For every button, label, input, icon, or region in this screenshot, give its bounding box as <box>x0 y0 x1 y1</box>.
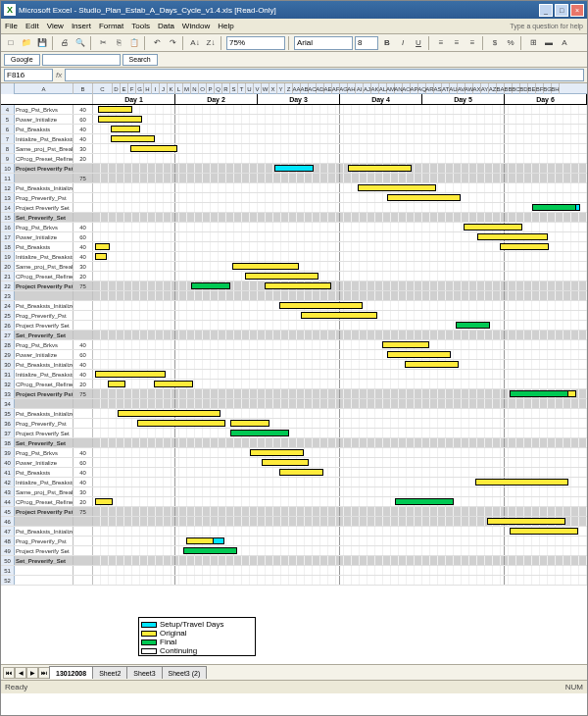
task-row[interactable]: 17Power_Initialize60 <box>1 232 587 242</box>
row-number[interactable]: 47 <box>1 527 15 536</box>
row-number[interactable]: 42 <box>1 478 15 486</box>
copy-icon[interactable]: ⎘ <box>112 36 125 50</box>
google-search-input[interactable] <box>42 54 121 66</box>
col-header[interactable]: B <box>74 83 93 94</box>
col-header[interactable]: H <box>144 83 152 94</box>
row-number[interactable]: 4 <box>1 105 15 114</box>
row-number[interactable]: 13 <box>1 193 15 202</box>
task-row[interactable]: 26Project Preverify Set <box>1 321 587 331</box>
task-row[interactable]: 13Prog_Preverify_Pst <box>1 193 587 203</box>
row-number[interactable]: 52 <box>1 576 15 585</box>
task-row[interactable]: 6Pst_Breaksts40 <box>1 125 587 134</box>
cut-icon[interactable]: ✂ <box>96 36 110 50</box>
google-search-btn[interactable]: Google <box>4 54 40 66</box>
task-row[interactable]: 25Prog_Preverify_Pst <box>1 311 587 321</box>
row-number[interactable]: 23 <box>1 291 15 300</box>
col-header[interactable]: C <box>93 83 113 94</box>
italic-icon[interactable]: I <box>396 36 410 50</box>
task-row[interactable]: 24Pst_Breaksts_Initialize <box>1 301 587 311</box>
task-row[interactable]: 23 <box>1 291 587 301</box>
col-header[interactable]: Y <box>277 83 285 94</box>
row-number[interactable]: 41 <box>1 468 15 477</box>
row-number[interactable]: 12 <box>1 183 15 192</box>
task-row[interactable]: 9CProg_Preset_Refine20 <box>1 154 587 164</box>
menu-tools[interactable]: Tools <box>131 22 150 30</box>
task-row[interactable]: 38Set_Preverify_Set <box>1 438 587 448</box>
row-number[interactable]: 39 <box>1 448 15 457</box>
task-row[interactable]: 7Initialize_Pst_Breaksts40 <box>1 134 587 144</box>
google-go-btn[interactable]: Search <box>122 54 158 66</box>
row-number[interactable]: 6 <box>1 125 15 133</box>
task-row[interactable]: 40Power_Initialize60 <box>1 458 587 468</box>
col-header[interactable]: T <box>238 83 246 94</box>
name-box[interactable]: F816 <box>4 69 53 81</box>
col-header[interactable]: AI <box>356 83 364 94</box>
task-row[interactable]: 30Pst_Breaksts_Initialize40 <box>1 360 587 370</box>
task-row[interactable]: 21CProg_Preset_Refine20 <box>1 272 587 281</box>
col-header[interactable]: X <box>270 83 277 94</box>
task-row[interactable]: 37Project Preverify Set <box>1 429 587 438</box>
task-row[interactable]: 43Same_proj_Pst_Breaksts30 <box>1 487 587 497</box>
row-number[interactable]: 33 <box>1 389 15 398</box>
task-row[interactable]: 35Pst_Breaksts_Initialize <box>1 409 587 419</box>
menu-insert[interactable]: Insert <box>72 22 91 30</box>
task-row[interactable]: 29Power_Initialize60 <box>1 350 587 360</box>
task-row[interactable]: 20Same_proj_Pst_Breaksts30 <box>1 262 587 272</box>
task-row[interactable]: 33Project Preverify Pst75 <box>1 389 587 399</box>
task-row[interactable]: 22Project Preverify Pst75 <box>1 281 587 291</box>
row-number[interactable]: 18 <box>1 242 15 251</box>
tab-prev-icon[interactable]: ◀ <box>15 667 26 679</box>
row-number[interactable]: 21 <box>1 272 15 281</box>
row-number[interactable]: 31 <box>1 370 15 379</box>
row-number[interactable]: 7 <box>1 134 15 143</box>
currency-icon[interactable]: $ <box>488 36 502 50</box>
worksheet-grid[interactable]: ABCDEFGHIJKLMNOPQRSTUVWXYZAAABACADAEAFAG… <box>1 83 587 664</box>
task-row[interactable]: 45Project Preverify Pst75 <box>1 507 587 517</box>
task-row[interactable]: 52 <box>1 576 587 586</box>
close-button[interactable]: × <box>570 4 584 17</box>
task-row[interactable]: 1175 <box>1 174 587 183</box>
task-row[interactable]: 10Project Preverify Pst <box>1 164 587 174</box>
sort-asc-icon[interactable]: A↓ <box>188 36 202 50</box>
row-number[interactable]: 38 <box>1 438 15 447</box>
row-number[interactable]: 34 <box>1 399 15 408</box>
row-number[interactable]: 44 <box>1 497 15 506</box>
menu-data[interactable]: Data <box>158 22 174 30</box>
col-header[interactable]: Q <box>215 83 222 94</box>
col-header[interactable]: AS <box>434 83 442 94</box>
help-search[interactable]: Type a question for help <box>510 23 583 29</box>
row-number[interactable]: 10 <box>1 164 15 173</box>
task-row[interactable]: 5Power_Initialize60 <box>1 115 587 125</box>
undo-icon[interactable]: ↶ <box>150 36 164 50</box>
task-row[interactable]: 51 <box>1 566 587 576</box>
task-row[interactable]: 12Pst_Breaksts_Initialize <box>1 183 587 193</box>
row-number[interactable]: 5 <box>1 115 15 124</box>
align-center-icon[interactable]: ≡ <box>450 36 464 50</box>
row-number[interactable]: 20 <box>1 262 15 271</box>
task-row[interactable]: 41Pst_Breaksts40 <box>1 468 587 478</box>
task-row[interactable]: 19Initialize_Pst_Breaksts40 <box>1 252 587 262</box>
task-row[interactable]: 4Prog_Pst_Brkvs40 <box>1 105 587 115</box>
sheet-tab[interactable]: Sheet3 (2) <box>162 666 208 679</box>
row-number[interactable]: 8 <box>1 144 15 153</box>
task-row[interactable]: 18Pst_Breaksts40 <box>1 242 587 252</box>
underline-icon[interactable]: U <box>412 36 425 50</box>
menu-format[interactable]: Format <box>99 22 123 30</box>
row-number[interactable]: 9 <box>1 154 15 163</box>
sheet-tab[interactable]: Sheet3 <box>126 666 162 679</box>
row-number[interactable]: 51 <box>1 566 15 575</box>
row-number[interactable]: 46 <box>1 517 15 526</box>
row-number[interactable]: 37 <box>1 429 15 437</box>
preview-icon[interactable]: 🔍 <box>74 36 87 50</box>
tab-first-icon[interactable]: ⏮ <box>3 667 15 679</box>
save-icon[interactable]: 💾 <box>35 36 49 50</box>
row-number[interactable]: 19 <box>1 252 15 261</box>
row-number[interactable]: 11 <box>1 174 15 182</box>
row-number[interactable]: 45 <box>1 507 15 516</box>
col-header[interactable]: V <box>254 83 262 94</box>
col-header[interactable]: S <box>230 83 238 94</box>
row-number[interactable]: 14 <box>1 203 15 212</box>
sheet-tab[interactable]: Sheet2 <box>92 666 127 679</box>
task-row[interactable]: 36Prog_Preverify_Pst <box>1 419 587 429</box>
col-header[interactable]: BH <box>552 83 560 94</box>
